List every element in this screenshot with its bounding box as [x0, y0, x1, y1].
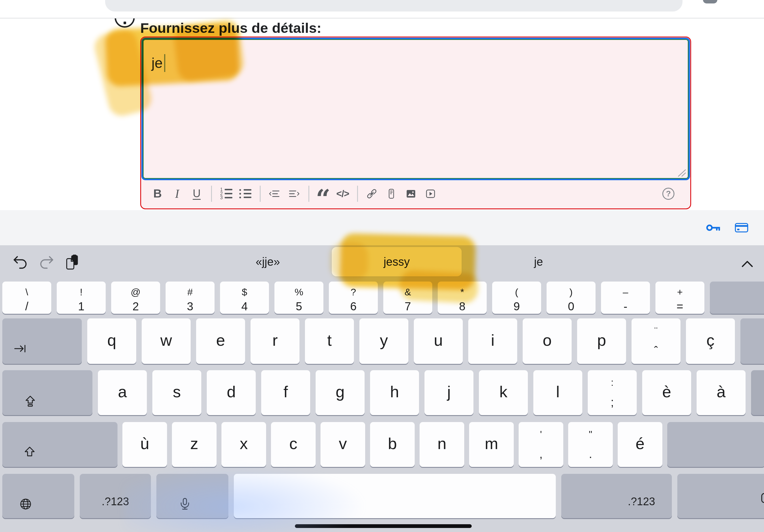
bold-button[interactable]: B [150, 186, 165, 201]
key-at-2[interactable]: @2 [111, 281, 160, 314]
key-numbers-right[interactable]: .?123 [561, 474, 672, 518]
resize-handle-icon[interactable] [677, 168, 687, 177]
key-apostrophe-comma[interactable]: ', [519, 422, 563, 467]
key-h[interactable]: h [370, 370, 419, 415]
key-x[interactable]: x [222, 422, 266, 467]
key-p[interactable]: p [577, 318, 626, 364]
key-colon-semicolon[interactable]: :; [588, 370, 637, 415]
chevron-up-icon [739, 256, 756, 272]
browser-button[interactable] [703, 0, 717, 3]
key-n[interactable]: n [420, 422, 464, 467]
key-label: k [479, 382, 528, 401]
redo-button[interactable] [38, 254, 55, 270]
key-return[interactable] [740, 318, 764, 364]
link-button[interactable] [364, 186, 379, 201]
key-dollar-4[interactable]: $4 [220, 281, 269, 314]
bulleted-list-button[interactable] [238, 186, 253, 201]
key-f[interactable]: f [261, 370, 310, 415]
key-exclam-1[interactable]: !1 [57, 281, 106, 314]
key-label: a [98, 382, 147, 401]
key-hide-keyboard[interactable] [677, 474, 764, 518]
key-w[interactable]: w [142, 318, 191, 364]
key-delete[interactable] [710, 281, 764, 314]
key-label: t [305, 331, 354, 349]
key-quote-period[interactable]: ". [568, 422, 613, 467]
key-a-grave[interactable]: à [696, 370, 746, 415]
underline-button[interactable]: U [189, 186, 204, 201]
key-j[interactable]: j [425, 370, 474, 415]
key-i[interactable]: i [468, 318, 517, 364]
key-a[interactable]: a [98, 370, 147, 415]
key-v[interactable]: v [320, 422, 365, 467]
video-button[interactable] [423, 186, 438, 201]
key-k[interactable]: k [479, 370, 528, 415]
key-o[interactable]: o [523, 318, 572, 364]
key-ampersand-7[interactable]: &7 [383, 281, 432, 314]
key-e-acute[interactable]: é [618, 422, 663, 467]
key-u[interactable]: u [414, 318, 463, 364]
key-t[interactable]: t [305, 318, 354, 364]
key-z[interactable]: z [172, 422, 217, 467]
numbered-list-button[interactable]: 123 [218, 186, 233, 201]
quote-button[interactable]: “ [316, 186, 331, 201]
key-r[interactable]: r [251, 318, 299, 364]
key-globe[interactable] [2, 474, 74, 518]
key-space[interactable] [234, 474, 556, 518]
key-paren-close-0[interactable]: )0 [547, 281, 596, 314]
key-shift-left[interactable] [2, 422, 117, 467]
editor-textarea[interactable]: je [141, 38, 690, 180]
key-asterisk-8[interactable]: *8 [438, 281, 487, 314]
key-q[interactable]: q [87, 318, 136, 364]
key-caps-lock[interactable] [2, 370, 93, 415]
key-s[interactable]: s [152, 370, 201, 415]
suggestion-2[interactable]: jessy [332, 247, 462, 276]
key-tab[interactable] [2, 318, 82, 364]
key-b[interactable]: b [370, 422, 415, 467]
key-question-6[interactable]: ?6 [329, 281, 378, 314]
suggestion-3[interactable]: je [472, 247, 605, 276]
key-e[interactable]: e [196, 318, 245, 364]
undo-button[interactable] [12, 254, 29, 270]
key-e-grave[interactable]: è [642, 370, 691, 415]
key-g[interactable]: g [316, 370, 365, 415]
autofill-card-button[interactable] [734, 220, 749, 236]
key-m[interactable]: m [469, 422, 514, 467]
home-indicator[interactable] [295, 524, 472, 528]
address-bar[interactable] [105, 0, 682, 12]
article-button[interactable] [384, 186, 399, 201]
key-label: f [261, 382, 310, 401]
paste-button[interactable] [64, 254, 81, 270]
key-y[interactable]: y [359, 318, 408, 364]
key-paren-open-9[interactable]: (9 [492, 281, 541, 314]
key-bottom-label: 7 [383, 300, 432, 313]
key-c[interactable]: c [271, 422, 316, 467]
key-percent-5[interactable]: %5 [275, 281, 323, 314]
suggestion-1[interactable]: «jje» [202, 247, 334, 276]
key-backslash-slash[interactable]: \/ [2, 281, 51, 314]
key-bottom-label: = [656, 300, 704, 313]
key-l[interactable]: l [533, 370, 582, 415]
italic-button[interactable]: I [170, 186, 185, 201]
key-numbers-left[interactable]: .?123 [80, 474, 151, 518]
help-button[interactable]: ? [663, 188, 674, 200]
image-button[interactable] [403, 186, 418, 201]
key-hash-3[interactable]: #3 [166, 281, 215, 314]
key-d[interactable]: d [207, 370, 256, 415]
key-top-label: ! [57, 286, 106, 298]
key-right-edge[interactable] [751, 370, 764, 415]
key-u-grave[interactable]: ù [122, 422, 167, 467]
tab-icon [13, 341, 28, 356]
key-c-cedilla[interactable]: ç [686, 318, 735, 364]
key-top-label: – [601, 286, 650, 298]
outdent-button[interactable] [267, 186, 282, 201]
indent-button[interactable] [286, 186, 301, 201]
key-label: b [370, 434, 415, 453]
dismiss-predictions-button[interactable] [739, 256, 756, 272]
key-plus-equals[interactable]: += [656, 281, 704, 314]
code-button[interactable]: </> [335, 186, 350, 201]
key-dash-hyphen[interactable]: –- [601, 281, 650, 314]
key-dictation[interactable] [156, 474, 228, 518]
key-shift-right[interactable] [667, 422, 764, 467]
key-diaeresis-circumflex[interactable]: ¨ˆ [632, 318, 680, 364]
passwords-button[interactable] [705, 219, 722, 236]
